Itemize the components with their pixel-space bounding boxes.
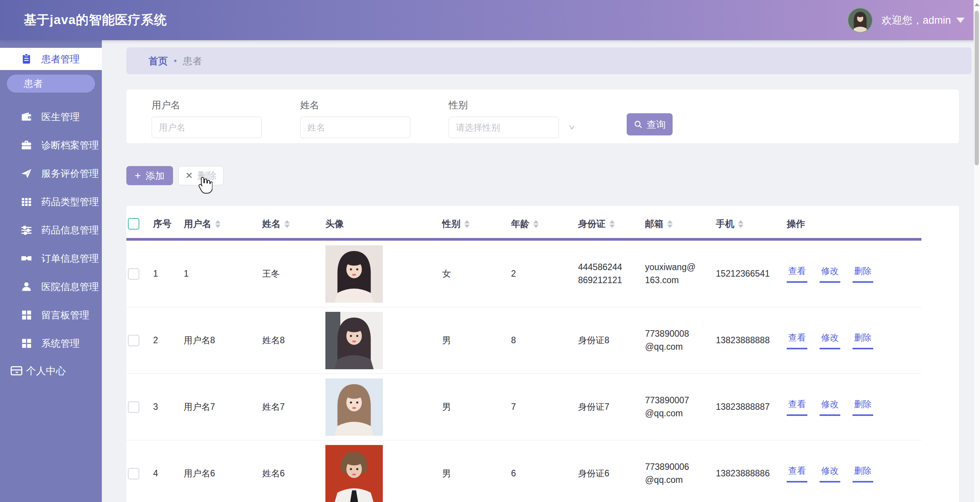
table-body: 1 1 王冬 女 2 444586244869212121 youxiwang@… (126, 241, 959, 502)
action-edit-link[interactable]: 修改 (820, 465, 840, 482)
action-delete-link[interactable]: 删除 (853, 265, 873, 282)
sort-icon (284, 220, 290, 228)
sidebar-item-label: 医生管理 (41, 111, 80, 123)
table-row: 4 用户名6 姓名6 男 6 身份证6 773890006@qq.com 138… (126, 440, 921, 502)
action-delete-link[interactable]: 删除 (853, 331, 873, 349)
sort-icon (667, 220, 673, 228)
sidebar-subitem-label: 患者 (24, 77, 43, 90)
sidebar-item-doctor-management[interactable]: 医生管理 (0, 103, 102, 131)
row-checkbox[interactable] (128, 335, 139, 346)
sidebar-item-system-management[interactable]: 系统管理 (0, 329, 102, 357)
breadcrumb: 首页 • 患者 (126, 47, 972, 74)
sort-icon (533, 220, 539, 228)
field-label: 姓名 (300, 99, 410, 111)
sidebar-subitem-patient[interactable]: 患者 (7, 75, 95, 93)
user-avatar[interactable] (848, 8, 873, 33)
row-checkbox[interactable] (128, 268, 139, 280)
sidebar-item-drug-info[interactable]: 药品信息管理 (0, 216, 102, 244)
sidebar-item-service-evaluation[interactable]: 服务评价管理 (0, 159, 102, 187)
action-delete-link[interactable]: 删除 (853, 398, 873, 416)
chevron-down-icon[interactable]: ˅ (569, 123, 575, 132)
patient-table: 序号 用户名 姓名 头像 性别 年龄 身份证 邮箱 手机 操作 1 1 王冬 女… (126, 206, 959, 502)
action-delete-link[interactable]: 删除 (853, 465, 873, 482)
sidebar-item-label: 医院信息管理 (41, 280, 99, 293)
cell-age: 6 (508, 467, 575, 480)
breadcrumb-home[interactable]: 首页 (149, 55, 168, 67)
cell-username: 1 (181, 267, 259, 280)
cell-idcard: 身份证6 (575, 467, 642, 480)
column-header-phone[interactable]: 手机 (713, 218, 784, 230)
sidebar-item-label: 订单信息管理 (41, 252, 99, 265)
sort-icon (215, 220, 220, 228)
sidebar-item-drug-type[interactable]: 药品类型管理 (0, 187, 102, 216)
username-input[interactable] (152, 117, 262, 138)
add-button[interactable]: + 添加 (126, 166, 173, 185)
sliders-icon (20, 223, 33, 236)
action-view-link[interactable]: 查看 (787, 398, 807, 416)
scrollbar-thumb[interactable] (975, 11, 979, 165)
gender-select[interactable] (449, 117, 559, 138)
sidebar-item-patient-management[interactable]: 患者管理 (0, 48, 102, 70)
query-button[interactable]: 查询 (627, 113, 673, 135)
column-header-gender[interactable]: 性别 (439, 218, 508, 230)
cell-username: 用户名8 (181, 334, 259, 347)
column-header-idcard[interactable]: 身份证 (575, 218, 642, 230)
action-view-link[interactable]: 查看 (787, 331, 807, 349)
table-row: 2 用户名8 姓名8 男 8 身份证8 773890008@qq.com 138… (126, 307, 921, 374)
avatar-portrait-icon (848, 8, 872, 32)
sidebar-item-label: 诊断档案管理 (41, 139, 99, 152)
row-checkbox[interactable] (128, 468, 139, 479)
user-menu[interactable]: 欢迎您，admin (848, 8, 965, 33)
column-header-age[interactable]: 年龄 (508, 218, 575, 230)
cell-index: 4 (150, 467, 181, 480)
column-header-index: 序号 (150, 218, 181, 230)
delete-button[interactable]: ✕ 删除 (178, 166, 224, 185)
cell-idcard: 444586244869212121 (575, 261, 642, 287)
cell-gender: 男 (439, 467, 508, 480)
vertical-scrollbar[interactable] (973, 0, 980, 502)
action-edit-link[interactable]: 修改 (820, 398, 840, 416)
cell-gender: 女 (439, 267, 508, 280)
search-form: 用户名 姓名 性别 ˅ 查询 (126, 90, 959, 143)
sidebar-item-diagnosis-archive[interactable]: 诊断档案管理 (0, 131, 102, 159)
row-checkbox[interactable] (128, 401, 139, 413)
grid4-icon (20, 337, 33, 350)
cell-phone: 13823888888 (713, 334, 784, 347)
name-input[interactable] (300, 117, 410, 138)
select-all-checkbox[interactable] (128, 218, 139, 230)
chevron-down-icon[interactable] (956, 18, 965, 23)
sidebar-item-message-board[interactable]: 留言板管理 (0, 301, 102, 329)
sort-icon (738, 220, 743, 228)
briefcase-icon (20, 139, 33, 152)
action-edit-link[interactable]: 修改 (820, 265, 840, 282)
sidebar-item-label: 服务评价管理 (41, 167, 99, 180)
delete-button-label: 删除 (198, 170, 217, 182)
table-row: 1 1 王冬 女 2 444586244869212121 youxiwang@… (126, 241, 921, 307)
sort-icon (609, 220, 615, 228)
column-header-actions: 操作 (784, 218, 921, 230)
cell-index: 1 (150, 267, 181, 280)
column-header-name[interactable]: 姓名 (259, 218, 322, 230)
column-header-email[interactable]: 邮箱 (642, 218, 713, 230)
cell-name: 姓名6 (259, 467, 322, 480)
row-actions: 查看修改删除 (787, 331, 921, 349)
sidebar-item-label: 留言板管理 (41, 309, 89, 321)
cell-email: 773890007@qq.com (642, 394, 713, 420)
action-edit-link[interactable]: 修改 (820, 331, 840, 349)
clipboard-icon (20, 52, 33, 65)
breadcrumb-separator: • (174, 56, 177, 66)
sidebar-item-personal-center[interactable]: 个人中心 (0, 357, 102, 384)
sidebar-item-order-info[interactable]: 订单信息管理 (0, 244, 102, 272)
main-content: 首页 • 患者 用户名 姓名 性别 ˅ 查询 + 添加 (102, 40, 980, 502)
column-header-username[interactable]: 用户名 (181, 218, 259, 230)
cell-email: 773890008@qq.com (642, 328, 713, 353)
scroll-up-icon[interactable] (975, 3, 979, 6)
cell-age: 8 (508, 334, 575, 347)
row-actions: 查看修改删除 (787, 265, 921, 282)
sidebar-item-label: 药品信息管理 (41, 224, 99, 236)
sidebar-item-hospital-info[interactable]: 医院信息管理 (0, 272, 102, 301)
action-view-link[interactable]: 查看 (787, 465, 807, 482)
cell-email: 773890006@qq.com (642, 461, 713, 486)
column-header-avatar: 头像 (322, 218, 439, 230)
action-view-link[interactable]: 查看 (787, 265, 807, 282)
